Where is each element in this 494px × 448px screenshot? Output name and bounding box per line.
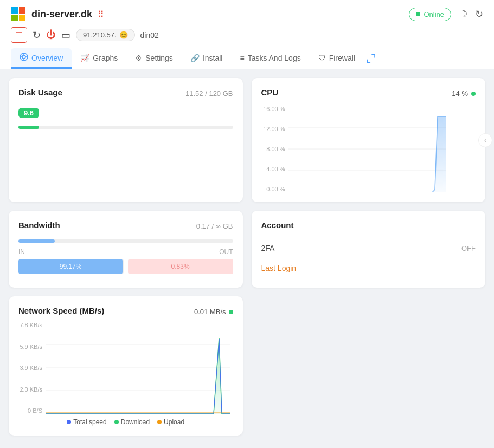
- tab-tasks-icon: ≡: [240, 54, 244, 62]
- disk-usage-header: Disk Usage 11.52 / 120 GB: [18, 88, 233, 99]
- tab-settings-label: Settings: [145, 54, 173, 62]
- ip-badge: 91.210.57. 😊: [76, 29, 134, 41]
- bandwidth-labels: IN OUT: [18, 248, 233, 256]
- total-speed-label: Total speed: [73, 418, 106, 426]
- bandwidth-bars: 99.17% 0.83%: [18, 259, 233, 274]
- cpu-card: CPU 14 % 16.00 % 12.00 % 8.00 % 4.00 % 0…: [252, 78, 486, 202]
- server-info: □ ↻ ⏻ ▭ 91.210.57. 😊 din02: [11, 27, 483, 43]
- account-2fa-label: 2FA: [261, 244, 275, 252]
- cpu-current-value: 14 %: [452, 89, 468, 98]
- cpu-y-label-4: 4.00 %: [261, 166, 285, 172]
- cpu-header: CPU 14 %: [261, 88, 476, 99]
- in-label: IN: [18, 248, 25, 256]
- tab-firewall[interactable]: 🛡 Firewall: [310, 49, 364, 68]
- account-row-2fa: 2FA OFF: [261, 238, 476, 258]
- disk-bar-background: [18, 126, 233, 129]
- online-badge: Online: [409, 8, 451, 21]
- ip-text: 91.210.57.: [83, 31, 116, 39]
- reload-button[interactable]: ↻: [475, 8, 483, 20]
- tab-tasks-and-logs[interactable]: ≡ Tasks And Logs: [231, 49, 309, 68]
- cpu-chart-svg: [288, 106, 446, 192]
- tab-settings[interactable]: ⚙ Settings: [126, 49, 182, 68]
- bandwidth-bar-track: [18, 239, 233, 243]
- tab-install-label: Install: [203, 54, 223, 62]
- tab-graphs[interactable]: 📈 Graphs: [72, 49, 126, 68]
- tab-graphs-icon: 📈: [80, 54, 89, 62]
- network-speed-chart-svg: [46, 322, 230, 414]
- bandwidth-out-bar: 0.83%: [128, 259, 233, 274]
- bandwidth-header: Bandwidth 0.17 / ∞ GB: [18, 220, 233, 232]
- grid-icon: ⠿: [98, 9, 104, 20]
- monitor-button[interactable]: ▭: [61, 29, 70, 41]
- tab-firewall-label: Firewall: [329, 54, 355, 62]
- cpu-y-axis: 16.00 % 12.00 % 8.00 % 4.00 % 0.00 %: [261, 106, 288, 192]
- server-name: din-server.dk: [31, 9, 92, 20]
- account-card: Account 2FA OFF Last Login: [252, 211, 486, 288]
- bandwidth-in-fill: 99.17%: [18, 259, 123, 274]
- nav-tabs: Overview 📈 Graphs ⚙ Settings 🔗 Install ≡…: [11, 48, 483, 69]
- server-id: din02: [140, 31, 159, 40]
- ns-y-label-5: 0 B/S: [18, 407, 42, 414]
- disk-badge: 9.6: [18, 108, 39, 118]
- ns-y-axis: 7.8 KB/s 5.9 KB/s 3.9 KB/s 2.0 KB/s 0 B/…: [18, 322, 46, 414]
- network-speed-value-wrap: 0.01 MB/s: [194, 308, 233, 316]
- ns-y-label-1: 7.8 KB/s: [18, 322, 42, 328]
- download-dot: [114, 420, 119, 424]
- disk-usage-value: 11.52 / 120 GB: [185, 89, 233, 98]
- cpu-chart: 16.00 % 12.00 % 8.00 % 4.00 % 0.00 %: [261, 106, 476, 192]
- main-content: Disk Usage 11.52 / 120 GB 9.6 CPU 14 % 1…: [0, 69, 494, 444]
- bandwidth-out-text: 0.83%: [171, 263, 190, 270]
- cpu-status-dot: [471, 92, 476, 96]
- bandwidth-card: Bandwidth 0.17 / ∞ GB IN OUT 99.17% 0.83…: [9, 211, 243, 288]
- ns-y-label-4: 2.0 KB/s: [18, 386, 42, 393]
- account-row-last-login: Last Login: [261, 258, 476, 278]
- header-icons: Online ☽ ↻: [409, 8, 483, 21]
- account-2fa-value: OFF: [461, 244, 476, 252]
- ns-y-label-2: 5.9 KB/s: [18, 343, 42, 350]
- header-top: din-server.dk ⠿ Online ☽ ↻: [11, 7, 483, 22]
- total-speed-dot: [67, 420, 71, 424]
- refresh-button[interactable]: ↻: [33, 29, 41, 41]
- dark-mode-button[interactable]: ☽: [459, 8, 467, 20]
- bandwidth-value: 0.17 / ∞ GB: [196, 222, 233, 230]
- header: din-server.dk ⠿ Online ☽ ↻ □ ↻ ⏻ ▭ 91.21…: [0, 0, 494, 69]
- network-speed-legend: Total speed Download Upload: [18, 418, 233, 426]
- network-speed-chart: 7.8 KB/s 5.9 KB/s 3.9 KB/s 2.0 KB/s 0 B/…: [18, 322, 233, 414]
- cpu-y-label-5: 0.00 %: [261, 186, 285, 192]
- account-last-login-label: Last Login: [261, 264, 297, 272]
- network-speed-dot: [229, 310, 233, 314]
- upload-dot: [157, 420, 162, 424]
- tab-firewall-icon: 🛡: [318, 54, 326, 62]
- svg-point-5: [22, 55, 25, 59]
- network-speed-value: 0.01 MB/s: [194, 308, 226, 316]
- cpu-y-label-3: 8.00 %: [261, 146, 285, 152]
- bandwidth-bar-fill: [18, 239, 55, 243]
- disk-usage-card: Disk Usage 11.52 / 120 GB 9.6: [9, 78, 243, 202]
- tab-overview-icon: [20, 53, 28, 63]
- svg-rect-1: [19, 7, 25, 14]
- disk-bar-fill: [18, 126, 39, 129]
- power-button[interactable]: ⏻: [46, 29, 56, 41]
- tab-overview[interactable]: Overview: [11, 48, 72, 69]
- tab-settings-icon: ⚙: [135, 54, 142, 62]
- bandwidth-out-fill: 0.83%: [128, 259, 233, 274]
- account-title: Account: [261, 220, 294, 230]
- collapse-panel-button[interactable]: ‹: [478, 133, 492, 147]
- wishlist-button[interactable]: ⌞⌝: [366, 52, 376, 65]
- tab-install[interactable]: 🔗 Install: [182, 49, 232, 68]
- bandwidth-title: Bandwidth: [18, 220, 60, 230]
- legend-total-speed: Total speed: [67, 418, 106, 426]
- bandwidth-in-bar: 99.17%: [18, 259, 124, 274]
- disk-usage-title: Disk Usage: [18, 88, 62, 97]
- stop-button[interactable]: □: [11, 27, 27, 43]
- tab-install-icon: 🔗: [190, 54, 200, 62]
- tab-graphs-label: Graphs: [93, 54, 118, 62]
- cpu-y-label-2: 12.00 %: [261, 126, 285, 132]
- upload-label: Upload: [164, 418, 184, 426]
- online-dot-icon: [416, 12, 420, 16]
- emoji-icon: 😊: [119, 31, 128, 39]
- network-speed-header: Network Speed (MB/s) 0.01 MB/s: [18, 306, 233, 317]
- ns-y-label-3: 3.9 KB/s: [18, 365, 42, 371]
- tab-overview-label: Overview: [31, 54, 63, 62]
- network-speed-card: Network Speed (MB/s) 0.01 MB/s 7.8 KB/s …: [9, 296, 243, 436]
